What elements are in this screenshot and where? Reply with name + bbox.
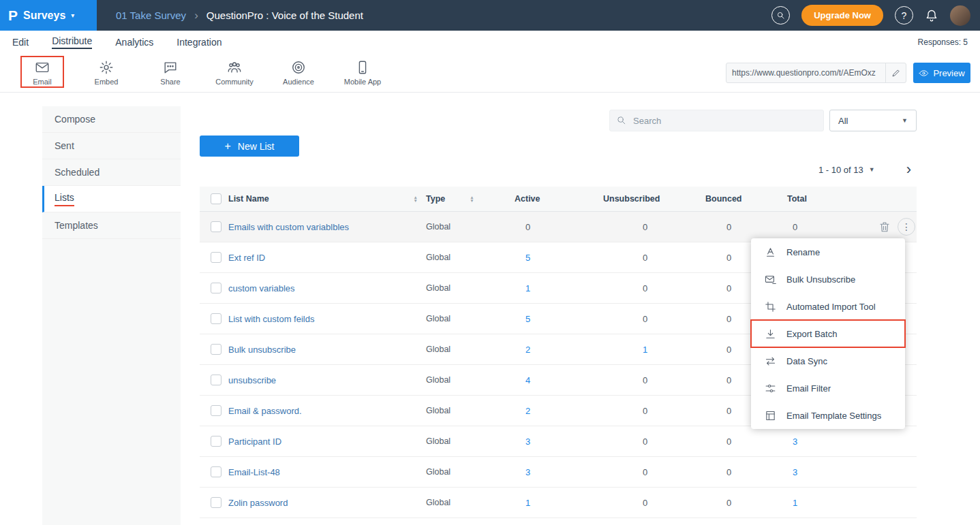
sidebar-item[interactable]: Compose bbox=[42, 106, 181, 133]
sidebar-item[interactable]: Sent bbox=[42, 133, 181, 159]
unsubscribed-count[interactable]: 0 bbox=[589, 467, 705, 477]
active-count[interactable]: 3 bbox=[501, 467, 589, 477]
search-box bbox=[609, 110, 824, 131]
bounced-count[interactable]: 0 bbox=[705, 222, 787, 232]
unsubscribed-count[interactable]: 0 bbox=[589, 406, 705, 416]
user-avatar[interactable] bbox=[950, 5, 970, 26]
search-input[interactable] bbox=[609, 110, 824, 131]
sort-icon[interactable]: ▲▼ bbox=[470, 195, 474, 202]
mobile-app-icon bbox=[355, 60, 370, 75]
active-count[interactable]: 1 bbox=[501, 283, 589, 293]
questionpro-logo: P bbox=[8, 7, 18, 24]
unsubscribed-count[interactable]: 0 bbox=[589, 253, 705, 263]
survey-url-box: https://www.questionpro.com/t/AEmOxz bbox=[726, 63, 906, 83]
sidebar-item[interactable]: Scheduled bbox=[42, 159, 181, 186]
context-menu-item[interactable]: Email Filter bbox=[751, 375, 905, 402]
sort-icon[interactable]: ▲▼ bbox=[414, 195, 418, 202]
list-name-link[interactable]: Bulk unsubscribe bbox=[228, 345, 296, 355]
edit-url-pencil-icon[interactable] bbox=[885, 63, 906, 82]
total-count[interactable]: 0 bbox=[787, 222, 869, 232]
notifications-bell-icon[interactable] bbox=[925, 9, 938, 22]
row-checkbox[interactable] bbox=[211, 283, 221, 293]
list-name-link[interactable]: Email & password. bbox=[228, 406, 302, 416]
context-menu-item[interactable]: Export Batch bbox=[751, 320, 905, 347]
context-menu-item[interactable]: Automated Import Tool bbox=[751, 293, 905, 320]
active-count[interactable]: 4 bbox=[501, 375, 589, 385]
unsubscribed-count[interactable]: 0 bbox=[589, 314, 705, 324]
total-count[interactable]: 3 bbox=[787, 467, 869, 477]
channel-item[interactable]: Community bbox=[213, 60, 256, 86]
kebab-menu-icon[interactable]: ⋮ bbox=[898, 218, 915, 236]
sidebar-item[interactable]: Templates bbox=[42, 212, 181, 239]
active-count[interactable]: 3 bbox=[501, 436, 589, 447]
row-checkbox[interactable] bbox=[211, 405, 221, 416]
bulk-unsubscribe-icon bbox=[765, 274, 776, 285]
breadcrumb-survey-link[interactable]: 01 Take Survey bbox=[116, 10, 186, 21]
pagination-range-dropdown[interactable]: 1 - 10 of 13 ▼ bbox=[818, 165, 875, 175]
list-name-link[interactable]: Emails with custom variablbles bbox=[228, 222, 349, 232]
tab-analytics[interactable]: Analytics bbox=[115, 37, 153, 48]
surveys-product-menu[interactable]: P Surveys ▾ bbox=[0, 0, 97, 31]
total-count[interactable]: 3 bbox=[787, 436, 869, 447]
unsubscribed-count[interactable]: 0 bbox=[589, 498, 705, 508]
filter-dropdown[interactable]: All ▼ bbox=[829, 110, 917, 131]
list-name-link[interactable]: Participant ID bbox=[228, 436, 281, 447]
row-checkbox[interactable] bbox=[211, 497, 221, 508]
row-checkbox[interactable] bbox=[211, 466, 221, 477]
delete-trash-icon[interactable] bbox=[878, 221, 891, 233]
next-page-chevron[interactable]: › bbox=[906, 163, 911, 176]
help-icon[interactable]: ? bbox=[895, 6, 913, 25]
filter-selected-value: All bbox=[838, 116, 848, 126]
active-count[interactable]: 5 bbox=[501, 314, 589, 324]
list-name-link[interactable]: Ext ref ID bbox=[228, 253, 265, 263]
row-checkbox[interactable] bbox=[211, 344, 221, 355]
list-name-link[interactable]: custom variables bbox=[228, 283, 295, 293]
table-header-row: List Name ▲▼ Type ▲▼ Active Unsubscribed… bbox=[200, 187, 917, 212]
channel-item[interactable]: Audience bbox=[277, 60, 320, 86]
context-menu-item[interactable]: Email Template Settings bbox=[751, 402, 905, 429]
total-count[interactable]: 1 bbox=[787, 498, 869, 508]
row-checkbox[interactable] bbox=[211, 375, 221, 385]
unsubscribed-count[interactable]: 0 bbox=[589, 436, 705, 447]
context-menu-item[interactable]: Rename bbox=[751, 238, 905, 266]
channel-item[interactable]: Embed bbox=[85, 60, 128, 86]
row-checkbox[interactable] bbox=[211, 436, 221, 447]
bounced-count[interactable]: 0 bbox=[705, 498, 787, 508]
channel-item[interactable]: Email bbox=[20, 60, 64, 86]
active-count[interactable]: 5 bbox=[501, 253, 589, 263]
bounced-count[interactable]: 0 bbox=[705, 436, 787, 447]
preview-button[interactable]: Preview bbox=[913, 63, 970, 83]
list-name-link[interactable]: unsubscribe bbox=[228, 375, 276, 385]
channel-item[interactable]: Mobile App bbox=[341, 60, 384, 86]
unsubscribed-count[interactable]: 0 bbox=[589, 375, 705, 385]
new-list-button[interactable]: + New List bbox=[200, 136, 299, 157]
select-all-checkbox[interactable] bbox=[211, 193, 221, 204]
row-checkbox[interactable] bbox=[211, 221, 221, 232]
row-checkbox[interactable] bbox=[211, 252, 221, 263]
unsubscribed-count[interactable]: 1 bbox=[589, 345, 705, 355]
unsubscribed-count[interactable]: 0 bbox=[589, 222, 705, 232]
context-menu-item[interactable]: Bulk Unsubscribe bbox=[751, 266, 905, 293]
table-row[interactable]: Email-List-48 Global 3 0 0 3 ⋮ bbox=[200, 457, 917, 488]
search-icon[interactable] bbox=[771, 6, 790, 25]
tab-integration[interactable]: Integration bbox=[177, 37, 221, 48]
active-count[interactable]: 2 bbox=[501, 406, 589, 416]
table-row[interactable]: Participant ID Global 3 0 0 3 ⋮ bbox=[200, 426, 917, 457]
sidebar-item[interactable]: Lists bbox=[42, 186, 181, 212]
upgrade-button[interactable]: Upgrade Now bbox=[801, 5, 883, 26]
context-menu-item[interactable]: Data Sync bbox=[751, 347, 905, 375]
list-name-link[interactable]: Email-List-48 bbox=[228, 467, 280, 477]
unsubscribed-count[interactable]: 0 bbox=[589, 283, 705, 293]
list-name-link[interactable]: List with custom feilds bbox=[228, 314, 314, 324]
row-checkbox[interactable] bbox=[211, 313, 221, 324]
table-row[interactable]: Zolin password Global 1 0 0 1 ⋮ bbox=[200, 488, 917, 518]
bounced-count[interactable]: 0 bbox=[705, 467, 787, 477]
tab-edit[interactable]: Edit bbox=[12, 37, 29, 48]
active-count[interactable]: 2 bbox=[501, 345, 589, 355]
tab-distribute[interactable]: Distribute bbox=[52, 35, 92, 49]
channel-item[interactable]: Share bbox=[149, 60, 192, 86]
column-header-list-name: List Name bbox=[228, 194, 269, 204]
list-name-link[interactable]: Zolin password bbox=[228, 498, 288, 508]
active-count[interactable]: 0 bbox=[501, 222, 589, 232]
active-count[interactable]: 1 bbox=[501, 498, 589, 508]
